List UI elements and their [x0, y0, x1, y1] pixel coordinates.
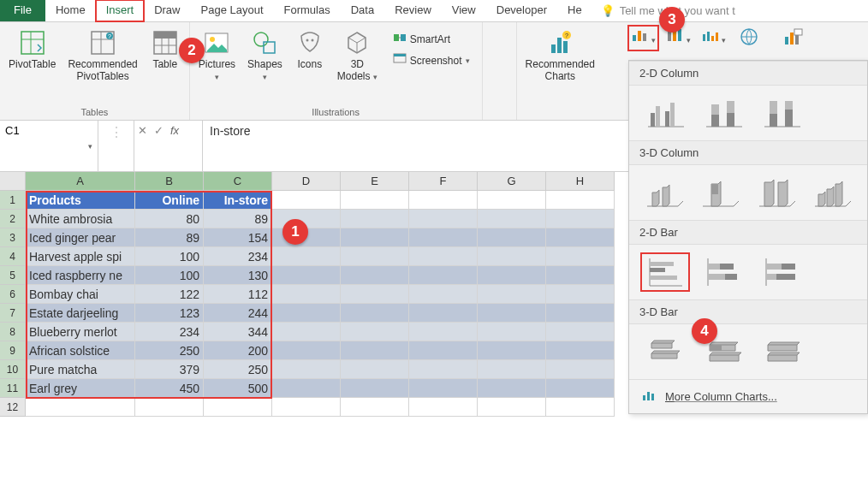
clustered-column-thumb[interactable]: [641, 94, 689, 132]
cell[interactable]: [409, 210, 478, 228]
chevron-down-icon[interactable]: ▾: [88, 142, 92, 151]
cell[interactable]: [204, 398, 272, 417]
3d-clustered-bar-thumb[interactable]: [641, 333, 689, 370]
cell[interactable]: 154: [204, 228, 272, 247]
cell[interactable]: 250: [204, 360, 272, 379]
cell[interactable]: [135, 398, 204, 417]
tab-insert[interactable]: Insert: [96, 0, 145, 21]
cell[interactable]: [409, 398, 478, 417]
tab-home[interactable]: Home: [45, 0, 96, 21]
cell[interactable]: [272, 285, 341, 304]
cell[interactable]: 234: [135, 323, 204, 341]
cell[interactable]: [546, 191, 615, 210]
3d-models-button[interactable]: 3D Models ▾: [332, 26, 383, 83]
cell[interactable]: [409, 247, 478, 266]
cell[interactable]: [409, 341, 478, 360]
tab-help[interactable]: He: [557, 0, 592, 21]
cell[interactable]: [478, 379, 546, 398]
recommended-charts-button[interactable]: ? Recommended Charts: [520, 26, 600, 82]
cell[interactable]: [272, 247, 341, 266]
col-header[interactable]: H: [546, 172, 615, 191]
cell[interactable]: 500: [204, 379, 272, 398]
name-box-input[interactable]: [5, 124, 88, 137]
cell[interactable]: Earl grey: [26, 379, 135, 398]
cell[interactable]: 80: [135, 210, 204, 228]
cell[interactable]: [546, 360, 615, 379]
smartart-button[interactable]: SmartArt: [391, 29, 472, 49]
cell[interactable]: [341, 398, 409, 417]
cell[interactable]: [478, 341, 546, 360]
col-header[interactable]: D: [272, 172, 341, 191]
cell[interactable]: [272, 191, 341, 210]
cell[interactable]: [409, 191, 478, 210]
tab-file[interactable]: File: [0, 0, 45, 21]
cell[interactable]: Harvest apple spi: [26, 247, 135, 266]
cell[interactable]: [546, 341, 615, 360]
bar-chart-dropdown[interactable]: ▾: [699, 26, 728, 50]
cell[interactable]: [341, 247, 409, 266]
cell[interactable]: [341, 285, 409, 304]
cell[interactable]: [409, 323, 478, 341]
3d-100-stacked-column-thumb[interactable]: [753, 174, 800, 211]
cell[interactable]: [546, 379, 615, 398]
3d-column-thumb[interactable]: [810, 174, 856, 211]
cell[interactable]: [478, 247, 546, 266]
cell[interactable]: [341, 228, 409, 247]
100-stacked-bar-thumb[interactable]: [758, 253, 806, 291]
cell[interactable]: [409, 360, 478, 379]
row-header[interactable]: 4: [0, 247, 26, 266]
more-column-charts[interactable]: More Column Charts...: [629, 379, 867, 413]
cell[interactable]: [409, 304, 478, 323]
cell[interactable]: 100: [135, 266, 204, 285]
cell[interactable]: [409, 379, 478, 398]
cell[interactable]: Iced raspberry ne: [26, 266, 135, 285]
3d-100-stacked-bar-thumb[interactable]: [758, 333, 806, 370]
cell[interactable]: [272, 398, 341, 417]
col-header[interactable]: G: [478, 172, 546, 191]
row-header[interactable]: 12: [0, 398, 26, 417]
column-chart-dropdown[interactable]: ▾: [628, 26, 658, 50]
cell[interactable]: [546, 304, 615, 323]
select-all-corner[interactable]: [0, 172, 26, 191]
col-header[interactable]: B: [135, 172, 204, 191]
cell[interactable]: 450: [135, 379, 204, 398]
recommended-pivottables-button[interactable]: ? Recommended PivotTables: [62, 26, 142, 82]
cell[interactable]: [546, 247, 615, 266]
cell[interactable]: [409, 228, 478, 247]
cell[interactable]: 250: [135, 341, 204, 360]
cell[interactable]: [341, 304, 409, 323]
tab-view[interactable]: View: [442, 0, 486, 21]
map-chart-button[interactable]: [734, 26, 775, 50]
cell[interactable]: [341, 266, 409, 285]
cell[interactable]: [478, 398, 546, 417]
tab-data[interactable]: Data: [341, 0, 384, 21]
tab-formulas[interactable]: Formulas: [274, 0, 341, 21]
tab-review[interactable]: Review: [384, 0, 442, 21]
cell[interactable]: 123: [135, 304, 204, 323]
row-header[interactable]: 8: [0, 323, 26, 341]
cell[interactable]: 89: [135, 228, 204, 247]
cell[interactable]: Estate darjeeling: [26, 304, 135, 323]
cell[interactable]: Products: [26, 191, 135, 210]
cell[interactable]: [546, 398, 615, 417]
cell[interactable]: [409, 285, 478, 304]
cell[interactable]: [546, 210, 615, 228]
cell[interactable]: [478, 266, 546, 285]
fx-icon[interactable]: fx: [170, 124, 179, 137]
cell[interactable]: 100: [135, 247, 204, 266]
100-stacked-column-thumb[interactable]: [758, 94, 806, 132]
cells-area[interactable]: ProductsOnlineIn-storeWhite ambrosia8089…: [26, 191, 615, 417]
name-box[interactable]: ▾: [0, 121, 98, 171]
cell[interactable]: Blueberry merlot: [26, 323, 135, 341]
cell[interactable]: 89: [204, 210, 272, 228]
cell[interactable]: [272, 360, 341, 379]
row-header[interactable]: 11: [0, 379, 26, 398]
row-header[interactable]: 10: [0, 360, 26, 379]
shapes-button[interactable]: Shapes▾: [242, 26, 288, 83]
3d-stacked-column-thumb[interactable]: [698, 174, 744, 211]
tab-draw[interactable]: Draw: [144, 0, 190, 21]
cell[interactable]: 112: [204, 285, 272, 304]
cell[interactable]: [341, 191, 409, 210]
cell[interactable]: Online: [135, 191, 204, 210]
row-header[interactable]: 6: [0, 285, 26, 304]
